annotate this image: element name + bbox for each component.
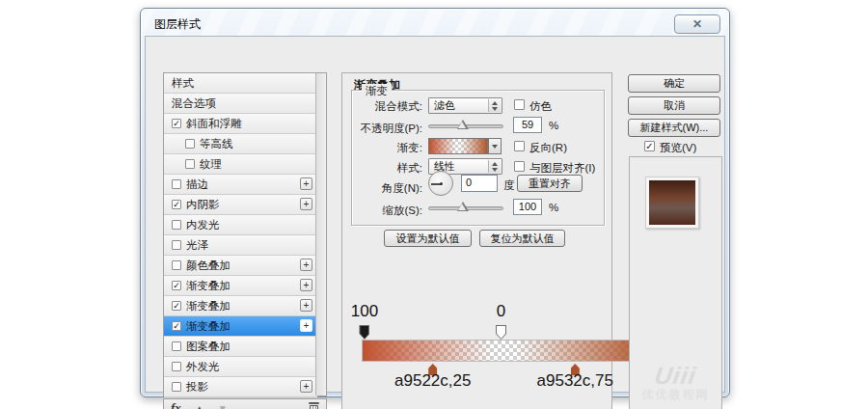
sidebar-item[interactable]: 样式 <box>164 73 317 94</box>
expand-plus-icon[interactable]: + <box>300 380 312 393</box>
scrollbar[interactable] <box>315 73 326 395</box>
checkbox-icon[interactable] <box>172 260 181 270</box>
sidebar-item[interactable]: ✓渐变叠加+ <box>164 316 317 337</box>
move-up-icon[interactable]: ▲ <box>195 403 204 409</box>
sidebar-item[interactable]: ✓渐变叠加+ <box>164 296 317 316</box>
opacity-stop-marker[interactable] <box>496 325 506 340</box>
opacity-stop-value: 0 <box>497 302 505 321</box>
color-stop-value: a9532c,75 <box>537 371 613 391</box>
expand-plus-icon[interactable]: + <box>300 259 312 271</box>
sidebar-item[interactable]: 图案叠加 <box>164 337 317 357</box>
opacity-stop-marker[interactable] <box>359 325 369 340</box>
sidebar-item-label: 渐变叠加 <box>186 299 231 314</box>
expand-plus-icon[interactable]: + <box>300 299 312 312</box>
checkbox-icon[interactable] <box>172 240 181 250</box>
sidebar-item-label: 光泽 <box>186 238 208 253</box>
sidebar-item[interactable]: 混合选项 <box>164 94 317 114</box>
delete-effect-icon[interactable] <box>309 402 319 409</box>
expand-plus-icon[interactable]: + <box>300 177 312 190</box>
checkbox-icon[interactable] <box>172 382 181 392</box>
sidebar-item[interactable]: ✓渐变叠加+ <box>164 276 317 296</box>
sidebar-item-label: 渐变叠加 <box>186 279 231 293</box>
preview-panel: Uiii 优优教程网 <box>629 156 722 409</box>
sidebar-item-label: 图案叠加 <box>186 340 231 354</box>
effects-toolbar: fx ▲ ▼ <box>163 398 327 409</box>
preview-label: 预览(V) <box>660 141 696 155</box>
checkbox-icon[interactable]: ✓ <box>172 119 181 128</box>
checkbox-icon[interactable]: ✓ <box>172 321 181 331</box>
watermark-logo: Uiii <box>628 364 722 387</box>
cancel-button[interactable]: 取消 <box>628 96 720 115</box>
checkbox-icon[interactable] <box>172 220 181 230</box>
sidebar-item[interactable]: 纹理 <box>164 154 317 175</box>
move-down-icon[interactable]: ▼ <box>218 403 228 409</box>
dialog-title: 图层样式 <box>154 16 201 33</box>
opacity-stop-value: 100 <box>351 302 378 321</box>
sidebar-item-label: 描边 <box>186 177 208 192</box>
sidebar-item[interactable]: ✓内阴影+ <box>164 195 317 215</box>
checkbox-icon[interactable] <box>172 341 181 351</box>
dialog-body: 样式混合选项✓斜面和浮雕等高线纹理描边+✓内阴影+内发光光泽颜色叠加+✓渐变叠加… <box>145 36 725 393</box>
sidebar-item-label: 外发光 <box>186 360 220 374</box>
sidebar-item-label: 渐变叠加 <box>186 319 231 334</box>
checkbox-icon[interactable]: ✓ <box>172 281 181 290</box>
sidebar-item-label: 投影 <box>186 380 208 395</box>
expand-plus-icon[interactable]: + <box>300 279 312 291</box>
preview-checkbox[interactable]: ✓ <box>644 141 655 151</box>
sidebar-item[interactable]: 光泽 <box>164 235 317 256</box>
watermark: Uiii 优优教程网 <box>630 364 721 403</box>
sidebar-item[interactable]: 等高线 <box>164 134 317 154</box>
checkbox-icon[interactable] <box>185 139 195 149</box>
gradient-editor: 1000100 a9522c,25a9532c,75 <box>342 73 611 409</box>
gradient-bar[interactable] <box>362 340 646 362</box>
sidebar-item[interactable]: ✓斜面和浮雕 <box>164 114 317 134</box>
sidebar-item-label: 斜面和浮雕 <box>186 117 242 131</box>
fx-icon[interactable]: fx <box>171 400 181 409</box>
sidebar-item[interactable]: 内发光 <box>164 215 317 235</box>
sidebar-item-label: 颜色叠加 <box>186 259 231 273</box>
sidebar-item[interactable]: 描边+ <box>164 175 317 195</box>
new-style-button[interactable]: 新建样式(W)... <box>628 119 720 137</box>
close-button[interactable]: ✕ <box>674 14 720 34</box>
sidebar-item-label: 内发光 <box>186 218 220 232</box>
sidebar-item-label: 纹理 <box>200 157 222 172</box>
checkbox-icon[interactable]: ✓ <box>172 200 181 209</box>
title-bar[interactable]: 图层样式 ✕ <box>141 9 729 36</box>
sidebar-item-label: 样式 <box>172 76 194 91</box>
sidebar-item[interactable]: 投影+ <box>164 377 317 397</box>
watermark-text: 优优教程网 <box>630 387 721 403</box>
sidebar-item-label: 内阴影 <box>186 198 220 212</box>
sidebar-item-label: 混合选项 <box>172 96 216 111</box>
sidebar-item-label: 等高线 <box>200 137 233 151</box>
checkbox-icon[interactable]: ✓ <box>172 301 181 311</box>
style-preview-thumbnail <box>645 177 699 229</box>
layer-style-dialog: 图层样式 ✕ 样式混合选项✓斜面和浮雕等高线纹理描边+✓内阴影+内发光光泽颜色叠… <box>140 8 730 397</box>
ok-button[interactable]: 确定 <box>628 74 720 93</box>
expand-plus-icon[interactable]: + <box>300 198 312 210</box>
color-stop-value: a9522c,25 <box>394 371 471 391</box>
checkbox-icon[interactable] <box>172 362 181 371</box>
expand-plus-icon[interactable]: + <box>300 319 312 332</box>
sidebar-item[interactable]: 颜色叠加+ <box>164 256 317 276</box>
checkbox-icon[interactable] <box>172 179 181 189</box>
close-icon: ✕ <box>692 17 702 31</box>
sidebar-item[interactable]: 外发光 <box>164 357 317 377</box>
styles-list: 样式混合选项✓斜面和浮雕等高线纹理描边+✓内阴影+内发光光泽颜色叠加+✓渐变叠加… <box>163 72 327 396</box>
checkbox-icon[interactable] <box>185 159 195 169</box>
gradient-overlay-panel: 渐变叠加 渐变 混合模式: 滤色 仿色 不透明度(P): 59 % 渐变: <box>341 72 612 409</box>
